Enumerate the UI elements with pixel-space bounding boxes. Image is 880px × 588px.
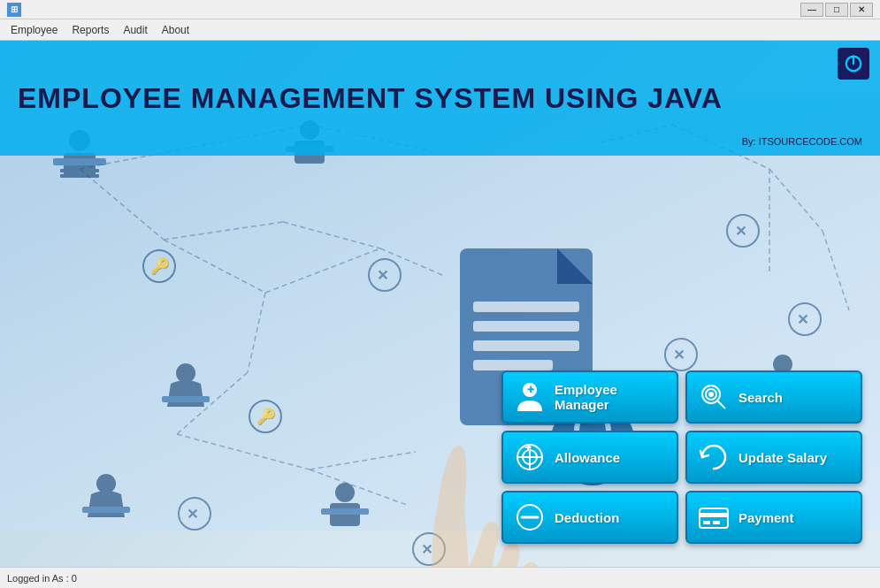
menu-bar: Employee Reports Audit About <box>0 19 880 41</box>
svg-point-70 <box>709 393 713 396</box>
svg-rect-80 <box>703 521 710 524</box>
status-bar: Logged in As : 0 <box>0 567 880 588</box>
buttons-panel: + Employee Manager Search <box>501 370 862 544</box>
svg-rect-22 <box>60 169 99 172</box>
person-icon: + <box>514 381 546 413</box>
refresh-icon <box>698 441 730 473</box>
menu-reports[interactable]: Reports <box>65 22 116 38</box>
app-icon: ⊞ <box>7 3 21 17</box>
main-content: 🔑 ✕ ✕ ✕ ✕ <box>0 41 880 588</box>
update-salary-button[interactable]: Update Salary <box>685 431 862 484</box>
svg-point-40 <box>176 363 195 383</box>
menu-audit[interactable]: Audit <box>116 22 154 38</box>
svg-point-50 <box>335 483 355 502</box>
logged-in-text: Logged in As : 0 <box>7 573 77 584</box>
employee-manager-button[interactable]: + Employee Manager <box>501 370 678 424</box>
svg-rect-58 <box>473 360 553 370</box>
menu-about[interactable]: About <box>155 22 196 38</box>
svg-text:✕: ✕ <box>673 347 685 363</box>
svg-rect-78 <box>700 508 728 528</box>
allowance-label: Allowance <box>555 450 666 465</box>
svg-rect-23 <box>60 174 99 178</box>
close-button[interactable]: ✕ <box>850 3 873 17</box>
svg-text:🔑: 🔑 <box>150 256 171 276</box>
svg-text:✕: ✕ <box>187 507 198 522</box>
minimize-button[interactable]: — <box>800 3 823 17</box>
svg-rect-55 <box>473 302 579 312</box>
svg-text:🔑: 🔑 <box>256 407 277 426</box>
svg-text:✕: ✕ <box>735 224 746 239</box>
menu-employee[interactable]: Employee <box>4 22 65 38</box>
main-title: EMPLOYEE MANAGEMENT SYSTEM USING JAVA <box>18 81 723 115</box>
svg-rect-57 <box>473 340 579 351</box>
svg-rect-41 <box>162 396 210 402</box>
svg-rect-49 <box>82 507 130 513</box>
payment-label: Payment <box>738 510 850 525</box>
allowance-icon: + <box>514 441 546 473</box>
svg-rect-21 <box>53 158 106 165</box>
svg-text:+: + <box>524 442 532 454</box>
svg-rect-52 <box>321 508 369 515</box>
deduction-icon <box>514 501 546 533</box>
svg-rect-56 <box>473 321 579 332</box>
subtitle: By: ITSOURCECODE.COM <box>742 136 862 147</box>
header-area: EMPLOYEE MANAGEMENT SYSTEM USING JAVA By… <box>0 41 880 156</box>
update-salary-label: Update Salary <box>738 450 850 465</box>
payment-button[interactable]: Payment <box>685 491 862 544</box>
deduction-button[interactable]: Deduction <box>501 491 678 544</box>
svg-line-69 <box>717 401 725 409</box>
svg-text:✕: ✕ <box>797 312 808 327</box>
svg-text:✕: ✕ <box>377 268 388 283</box>
maximize-button[interactable]: □ <box>825 3 848 17</box>
svg-rect-79 <box>700 513 728 517</box>
payment-icon <box>698 501 730 533</box>
title-bar: ⊞ — □ ✕ <box>0 0 880 19</box>
svg-point-48 <box>96 474 116 493</box>
deduction-label: Deduction <box>555 510 666 525</box>
search-icon <box>698 381 730 413</box>
svg-rect-81 <box>713 521 720 524</box>
search-button[interactable]: Search <box>685 370 862 424</box>
title-bar-left: ⊞ <box>7 3 27 17</box>
power-button[interactable] <box>838 48 869 80</box>
svg-text:+: + <box>527 382 534 396</box>
search-label: Search <box>738 390 850 405</box>
allowance-button[interactable]: + Allowance <box>501 431 678 484</box>
title-bar-controls: — □ ✕ <box>800 3 873 17</box>
employee-manager-label: Employee Manager <box>555 382 666 412</box>
svg-text:✕: ✕ <box>421 542 432 557</box>
